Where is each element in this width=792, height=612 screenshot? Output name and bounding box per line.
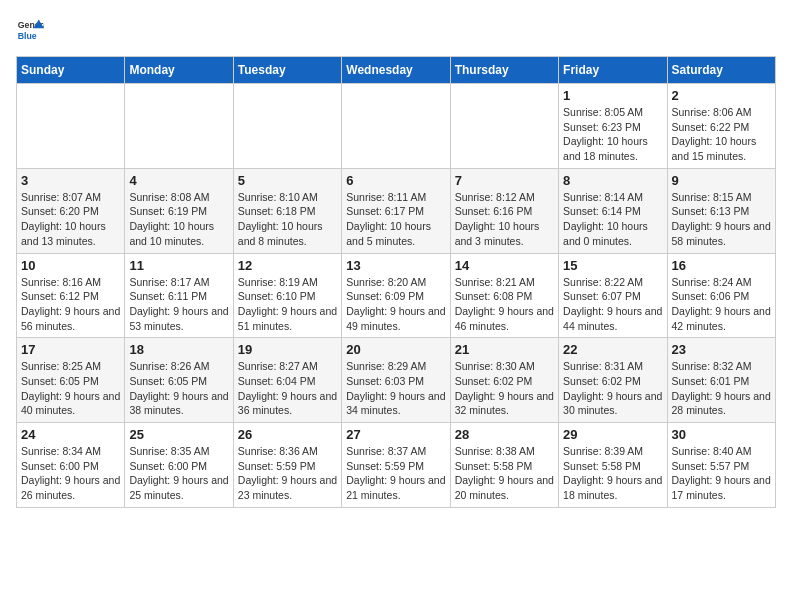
day-number: 20 [346,342,445,357]
calendar-header-thursday: Thursday [450,57,558,84]
day-info: Sunrise: 8:05 AM Sunset: 6:23 PM Dayligh… [563,105,662,164]
day-info: Sunrise: 8:29 AM Sunset: 6:03 PM Dayligh… [346,359,445,418]
calendar-cell: 14Sunrise: 8:21 AM Sunset: 6:08 PM Dayli… [450,253,558,338]
calendar-cell: 25Sunrise: 8:35 AM Sunset: 6:00 PM Dayli… [125,423,233,508]
day-number: 7 [455,173,554,188]
day-number: 23 [672,342,771,357]
day-info: Sunrise: 8:31 AM Sunset: 6:02 PM Dayligh… [563,359,662,418]
calendar-cell: 26Sunrise: 8:36 AM Sunset: 5:59 PM Dayli… [233,423,341,508]
logo: General Blue [16,16,44,44]
calendar-cell: 6Sunrise: 8:11 AM Sunset: 6:17 PM Daylig… [342,168,450,253]
day-info: Sunrise: 8:38 AM Sunset: 5:58 PM Dayligh… [455,444,554,503]
calendar-cell: 21Sunrise: 8:30 AM Sunset: 6:02 PM Dayli… [450,338,558,423]
svg-text:Blue: Blue [18,31,37,41]
day-info: Sunrise: 8:20 AM Sunset: 6:09 PM Dayligh… [346,275,445,334]
day-number: 19 [238,342,337,357]
day-number: 16 [672,258,771,273]
day-info: Sunrise: 8:36 AM Sunset: 5:59 PM Dayligh… [238,444,337,503]
day-number: 14 [455,258,554,273]
day-number: 4 [129,173,228,188]
day-number: 28 [455,427,554,442]
day-number: 18 [129,342,228,357]
calendar-cell: 30Sunrise: 8:40 AM Sunset: 5:57 PM Dayli… [667,423,775,508]
calendar-header-friday: Friday [559,57,667,84]
calendar-cell: 29Sunrise: 8:39 AM Sunset: 5:58 PM Dayli… [559,423,667,508]
calendar-cell: 22Sunrise: 8:31 AM Sunset: 6:02 PM Dayli… [559,338,667,423]
day-number: 9 [672,173,771,188]
calendar-cell: 24Sunrise: 8:34 AM Sunset: 6:00 PM Dayli… [17,423,125,508]
day-info: Sunrise: 8:19 AM Sunset: 6:10 PM Dayligh… [238,275,337,334]
calendar-cell: 5Sunrise: 8:10 AM Sunset: 6:18 PM Daylig… [233,168,341,253]
day-info: Sunrise: 8:06 AM Sunset: 6:22 PM Dayligh… [672,105,771,164]
calendar-cell: 1Sunrise: 8:05 AM Sunset: 6:23 PM Daylig… [559,84,667,169]
calendar-cell [125,84,233,169]
day-info: Sunrise: 8:40 AM Sunset: 5:57 PM Dayligh… [672,444,771,503]
day-info: Sunrise: 8:15 AM Sunset: 6:13 PM Dayligh… [672,190,771,249]
day-info: Sunrise: 8:11 AM Sunset: 6:17 PM Dayligh… [346,190,445,249]
calendar-header-wednesday: Wednesday [342,57,450,84]
day-info: Sunrise: 8:37 AM Sunset: 5:59 PM Dayligh… [346,444,445,503]
day-number: 26 [238,427,337,442]
day-info: Sunrise: 8:10 AM Sunset: 6:18 PM Dayligh… [238,190,337,249]
calendar-cell: 15Sunrise: 8:22 AM Sunset: 6:07 PM Dayli… [559,253,667,338]
calendar-week-2: 3Sunrise: 8:07 AM Sunset: 6:20 PM Daylig… [17,168,776,253]
day-info: Sunrise: 8:34 AM Sunset: 6:00 PM Dayligh… [21,444,120,503]
calendar-cell: 13Sunrise: 8:20 AM Sunset: 6:09 PM Dayli… [342,253,450,338]
day-info: Sunrise: 8:35 AM Sunset: 6:00 PM Dayligh… [129,444,228,503]
day-info: Sunrise: 8:24 AM Sunset: 6:06 PM Dayligh… [672,275,771,334]
page-header: General Blue [16,16,776,44]
calendar-cell: 23Sunrise: 8:32 AM Sunset: 6:01 PM Dayli… [667,338,775,423]
day-info: Sunrise: 8:32 AM Sunset: 6:01 PM Dayligh… [672,359,771,418]
day-info: Sunrise: 8:22 AM Sunset: 6:07 PM Dayligh… [563,275,662,334]
calendar-cell: 7Sunrise: 8:12 AM Sunset: 6:16 PM Daylig… [450,168,558,253]
day-number: 15 [563,258,662,273]
calendar-cell: 19Sunrise: 8:27 AM Sunset: 6:04 PM Dayli… [233,338,341,423]
day-info: Sunrise: 8:27 AM Sunset: 6:04 PM Dayligh… [238,359,337,418]
calendar-cell [233,84,341,169]
calendar-cell: 18Sunrise: 8:26 AM Sunset: 6:05 PM Dayli… [125,338,233,423]
day-number: 22 [563,342,662,357]
calendar-week-1: 1Sunrise: 8:05 AM Sunset: 6:23 PM Daylig… [17,84,776,169]
calendar-cell: 16Sunrise: 8:24 AM Sunset: 6:06 PM Dayli… [667,253,775,338]
day-number: 13 [346,258,445,273]
day-number: 2 [672,88,771,103]
day-number: 6 [346,173,445,188]
calendar-table: SundayMondayTuesdayWednesdayThursdayFrid… [16,56,776,508]
day-info: Sunrise: 8:16 AM Sunset: 6:12 PM Dayligh… [21,275,120,334]
day-info: Sunrise: 8:26 AM Sunset: 6:05 PM Dayligh… [129,359,228,418]
day-number: 25 [129,427,228,442]
day-number: 3 [21,173,120,188]
day-number: 29 [563,427,662,442]
day-number: 21 [455,342,554,357]
day-info: Sunrise: 8:39 AM Sunset: 5:58 PM Dayligh… [563,444,662,503]
calendar-cell: 8Sunrise: 8:14 AM Sunset: 6:14 PM Daylig… [559,168,667,253]
day-number: 12 [238,258,337,273]
calendar-header-saturday: Saturday [667,57,775,84]
calendar-cell [450,84,558,169]
calendar-cell: 9Sunrise: 8:15 AM Sunset: 6:13 PM Daylig… [667,168,775,253]
logo-icon: General Blue [16,16,44,44]
day-info: Sunrise: 8:17 AM Sunset: 6:11 PM Dayligh… [129,275,228,334]
calendar-cell: 4Sunrise: 8:08 AM Sunset: 6:19 PM Daylig… [125,168,233,253]
calendar-header-tuesday: Tuesday [233,57,341,84]
day-number: 10 [21,258,120,273]
calendar-header-row: SundayMondayTuesdayWednesdayThursdayFrid… [17,57,776,84]
calendar-cell: 27Sunrise: 8:37 AM Sunset: 5:59 PM Dayli… [342,423,450,508]
calendar-cell [342,84,450,169]
day-info: Sunrise: 8:14 AM Sunset: 6:14 PM Dayligh… [563,190,662,249]
day-number: 8 [563,173,662,188]
day-info: Sunrise: 8:07 AM Sunset: 6:20 PM Dayligh… [21,190,120,249]
day-number: 11 [129,258,228,273]
day-number: 30 [672,427,771,442]
calendar-cell: 10Sunrise: 8:16 AM Sunset: 6:12 PM Dayli… [17,253,125,338]
day-number: 24 [21,427,120,442]
calendar-header-monday: Monday [125,57,233,84]
day-number: 17 [21,342,120,357]
day-info: Sunrise: 8:25 AM Sunset: 6:05 PM Dayligh… [21,359,120,418]
day-number: 5 [238,173,337,188]
calendar-header-sunday: Sunday [17,57,125,84]
day-info: Sunrise: 8:08 AM Sunset: 6:19 PM Dayligh… [129,190,228,249]
calendar-week-4: 17Sunrise: 8:25 AM Sunset: 6:05 PM Dayli… [17,338,776,423]
calendar-cell: 11Sunrise: 8:17 AM Sunset: 6:11 PM Dayli… [125,253,233,338]
day-info: Sunrise: 8:30 AM Sunset: 6:02 PM Dayligh… [455,359,554,418]
